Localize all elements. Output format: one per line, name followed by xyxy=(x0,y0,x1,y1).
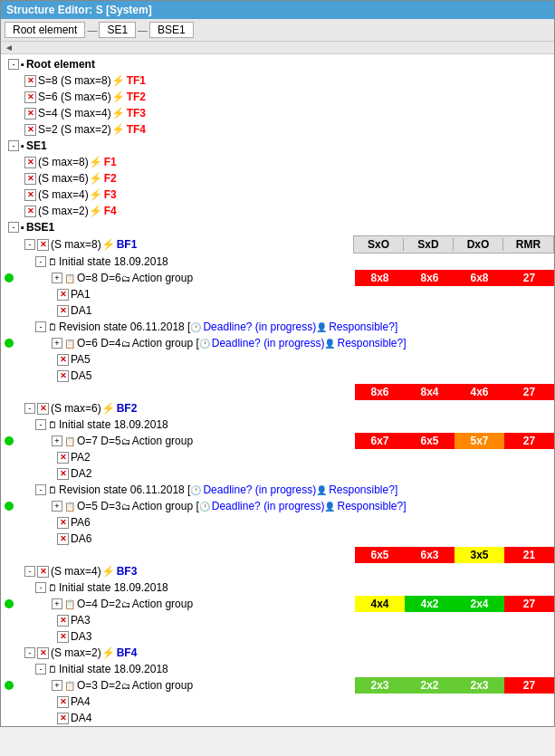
root-s4-row: ✕ S=4 (S max=4) ⚡ TF3 xyxy=(5,105,554,121)
se1-f2-icon: ✕ xyxy=(24,173,36,185)
bf2-o5d3-expand[interactable]: + xyxy=(52,501,62,512)
bf2-o7d5-icon: 📋 xyxy=(64,436,75,446)
s8-link[interactable]: TF1 xyxy=(127,74,146,87)
bse1-label: BSE1 xyxy=(26,221,54,234)
bf1-o8d6-expand[interactable]: + xyxy=(52,273,62,283)
bf2-o5d3-deadline: Deadline? (in progress) xyxy=(212,500,325,512)
bf3-init-expand[interactable]: - xyxy=(35,582,46,593)
se1-f2-link[interactable]: F2 xyxy=(104,172,117,185)
se1-f2-label: (S max=6) xyxy=(38,172,89,185)
bf3-o4d2-expand[interactable]: + xyxy=(52,598,62,609)
bf3-initial-row: - 🗒 Initial state 18.09.2018 xyxy=(5,579,554,596)
root-s6-row: ✕ S=6 (S max=6) ⚡ TF2 xyxy=(5,89,554,105)
da3-label: DA3 xyxy=(71,630,91,643)
se1-f4-link[interactable]: F4 xyxy=(104,205,117,217)
bf1-pa5-row: ✕ PA5 xyxy=(5,351,554,368)
se1-f1-flag: ⚡ xyxy=(89,156,102,168)
bf2-expand[interactable]: - xyxy=(24,403,35,414)
bf1-dxo-score: 6x8 xyxy=(455,270,504,286)
root-expand[interactable]: - xyxy=(8,59,19,70)
breadcrumb-arrow-1: — xyxy=(85,24,99,35)
root-element-row: - ▪ Root element xyxy=(5,56,554,72)
bf1-revision-row: - 🗒 Revision state 06.11.2018 [ 🕐 Deadli… xyxy=(5,319,554,335)
bf2-o5d3-folder-icon: 🗂 xyxy=(121,502,130,512)
se1-f1-row: ✕ (S max=8) ⚡ F1 xyxy=(5,154,554,170)
bf2-da6-row: ✕ DA6 xyxy=(5,531,554,547)
bf2-rev-deadline: Deadline? (in progress) xyxy=(203,483,316,496)
se1-f1-link[interactable]: F1 xyxy=(104,156,117,168)
s6-link[interactable]: TF2 xyxy=(127,91,146,103)
root-s8-row: ✕ S=8 (S max=8) ⚡ TF1 xyxy=(5,72,554,89)
bf2-o5d3-row: + 📋 O=5 D=3 🗂 Action group [ 🕐 Deadline?… xyxy=(5,498,554,514)
bf3-link[interactable]: BF3 xyxy=(117,565,138,578)
breadcrumb-root[interactable]: Root element xyxy=(5,22,85,38)
pa1-label: PA1 xyxy=(71,288,91,301)
s2-icon: ✕ xyxy=(24,124,36,136)
bf1-init-expand[interactable]: - xyxy=(35,256,46,267)
bf4-init-expand[interactable]: - xyxy=(35,664,46,675)
pa6-icon: ✕ xyxy=(57,517,69,529)
bf2-initial-row: - 🗒 Initial state 18.09.2018 xyxy=(5,416,554,433)
window-title: Structure Editor: S [System] xyxy=(6,4,152,16)
bf3-flag: ⚡ xyxy=(101,565,115,578)
header-rmr: RMR xyxy=(503,238,553,251)
breadcrumb-se1[interactable]: SE1 xyxy=(99,22,136,38)
bf1-o6d4-person-icon: 👤 xyxy=(324,339,335,349)
tree-panel: - ▪ Root element ✕ S=8 (S max=8) ⚡ TF1 ✕… xyxy=(1,54,554,726)
horizontal-scrollbar[interactable]: ◄ xyxy=(1,42,554,54)
bf3-init-icon: 🗒 xyxy=(48,583,57,593)
bf1-rev-label: Revision state 06.11.2018 [ xyxy=(59,321,190,333)
s8-label: S=8 (S max=8) xyxy=(38,74,111,87)
bf1-expand[interactable]: - xyxy=(24,239,35,250)
bf2-o7d5-expand[interactable]: + xyxy=(52,435,62,446)
da2-icon: ✕ xyxy=(57,468,69,480)
bf2-o7d5-action: Action group xyxy=(132,435,193,447)
bf2-rev-expand[interactable]: - xyxy=(35,484,46,495)
bf4-sxo-score: 2x3 xyxy=(355,677,405,694)
bf1-o6d4-expand[interactable]: + xyxy=(52,338,62,349)
bf2-init-label: Initial state 18.09.2018 xyxy=(59,418,168,431)
se1-expand[interactable]: - xyxy=(8,140,19,151)
s6-label: S=6 (S max=6) xyxy=(38,91,111,103)
bf3-dxo-score: 2x4 xyxy=(455,596,504,612)
bf2-rev-sxo-score: 6x5 xyxy=(355,547,405,563)
title-bar: Structure Editor: S [System] xyxy=(1,1,554,19)
bf1-rev-state-icon: 🗒 xyxy=(48,322,57,332)
bf1-rev-expand[interactable]: - xyxy=(35,321,46,332)
bf3-row: - ✕ (S max=4) ⚡ BF3 xyxy=(5,563,554,579)
bf3-o4d2-action: Action group xyxy=(132,598,193,610)
se1-f3-icon: ✕ xyxy=(24,189,36,201)
bf4-label: (S max=2) xyxy=(51,646,101,659)
bf2-dxo-score: 5x7 xyxy=(455,433,504,449)
bf4-o3d2-expand[interactable]: + xyxy=(52,680,62,691)
bf4-expand[interactable]: - xyxy=(24,647,35,658)
bf2-rev-icon: 🗒 xyxy=(48,485,57,495)
bf4-o3d2-icon: 📋 xyxy=(64,681,75,691)
s2-link[interactable]: TF4 xyxy=(127,123,146,136)
se1-f3-link[interactable]: F3 xyxy=(104,188,117,201)
bf2-icon: ✕ xyxy=(37,403,49,415)
bf4-rmr-score: 27 xyxy=(504,677,554,694)
bf3-sxd-score: 4x2 xyxy=(405,596,455,612)
bf2-link[interactable]: BF2 xyxy=(117,402,138,415)
se1-f4-row: ✕ (S max=2) ⚡ F4 xyxy=(5,203,554,219)
breadcrumb-bse1[interactable]: BSE1 xyxy=(149,22,194,38)
bf2-rev-rmr-score: 21 xyxy=(504,547,554,563)
s4-link[interactable]: TF3 xyxy=(127,107,146,120)
bf1-link[interactable]: BF1 xyxy=(117,238,138,251)
bf3-expand[interactable]: - xyxy=(24,566,35,577)
bf4-link[interactable]: BF4 xyxy=(117,646,138,659)
bse1-expand[interactable]: - xyxy=(8,222,19,233)
bf2-init-expand[interactable]: - xyxy=(35,419,46,430)
bf1-rmr-score: 27 xyxy=(504,270,554,286)
bf3-o4d2-dot xyxy=(5,599,14,608)
da1-label: DA1 xyxy=(71,304,91,317)
bf4-init-label: Initial state 18.09.2018 xyxy=(59,663,168,675)
bf2-sxd-score: 6x5 xyxy=(405,433,455,449)
bf3-pa3-row: ✕ PA3 xyxy=(5,612,554,628)
scroll-left-icon[interactable]: ◄ xyxy=(5,43,14,53)
bf2-o5d3-clock-icon: 🕐 xyxy=(199,502,210,512)
da3-icon: ✕ xyxy=(57,631,69,643)
bf2-o7d5-row: + 📋 O=7 D=5 🗂 Action group 6x7 6x5 5x7 2… xyxy=(5,433,554,449)
bf2-init-icon: 🗒 xyxy=(48,420,57,430)
